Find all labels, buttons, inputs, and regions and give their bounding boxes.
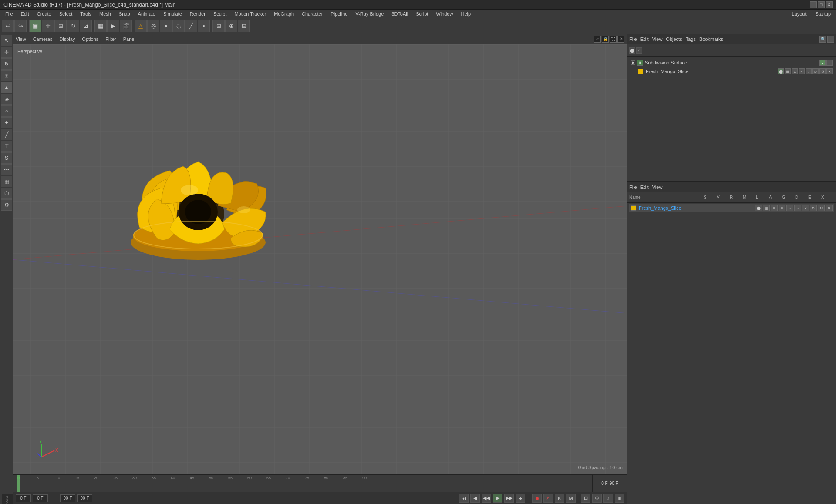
menu-help[interactable]: Help <box>457 10 474 17</box>
playback-settings-btn[interactable]: ⚙ <box>592 494 602 503</box>
mango-vis-btn[interactable]: ⬤ <box>778 68 784 74</box>
redo-btn[interactable]: ↪ <box>14 20 27 32</box>
tool-joint[interactable]: ✦ <box>1 117 12 128</box>
attr-g[interactable]: ✓ <box>802 205 809 211</box>
model-mode-btn[interactable]: △ <box>135 20 147 32</box>
menu-sculpt[interactable]: Sculpt <box>210 10 230 17</box>
tool-pointer[interactable]: ↖ <box>1 35 12 46</box>
attr-s[interactable]: ⬤ <box>755 205 762 211</box>
obj-file-menu[interactable]: File <box>629 37 637 42</box>
attr-x[interactable]: ✕ <box>826 205 833 211</box>
viewport-view-menu[interactable]: View <box>16 37 26 42</box>
obj-edit-menu[interactable]: Edit <box>640 37 649 42</box>
menu-script[interactable]: Script <box>412 10 431 17</box>
mango-c-btn[interactable]: ○ <box>806 68 812 74</box>
frame-start-input[interactable] <box>16 494 31 502</box>
menu-mograph[interactable]: MoGraph <box>270 10 297 17</box>
play-btn[interactable]: ▶ <box>493 494 502 503</box>
viewport-fit-icon[interactable]: ⤢ <box>594 36 601 43</box>
select-btn[interactable]: ▣ <box>29 20 41 32</box>
auto-key-btn[interactable]: A <box>543 494 553 503</box>
attr-e[interactable]: ✕ <box>818 205 825 211</box>
obj-icon-1[interactable]: ⬤ <box>629 47 635 54</box>
menu-file[interactable]: File <box>2 10 17 17</box>
attr-l[interactable]: ○ <box>786 205 793 211</box>
tool-rotate[interactable]: ↻ <box>1 58 12 70</box>
mango-render-btn[interactable]: ▦ <box>785 68 791 74</box>
tool-paint[interactable]: ◈ <box>1 94 12 105</box>
tool-brush[interactable]: ○ <box>1 105 12 117</box>
mango-l-btn[interactable]: L <box>792 68 798 74</box>
poly-mode-btn[interactable]: ▪ <box>198 20 210 32</box>
startup-label[interactable]: Startup <box>812 10 834 17</box>
transform-btn[interactable]: ⊿ <box>80 20 92 32</box>
viewport-filter-menu[interactable]: Filter <box>105 37 116 42</box>
render-active-btn[interactable]: ▶ <box>107 20 119 32</box>
obj-bookmarks-menu[interactable]: Bookmarks <box>699 37 723 42</box>
attr-m[interactable]: ≡ <box>779 205 785 211</box>
viewport-display-menu[interactable]: Display <box>59 37 75 42</box>
next-frame-btn[interactable]: ▶▶ <box>504 494 514 503</box>
attr-v[interactable]: ▦ <box>763 205 770 211</box>
tool-spline[interactable]: 〜 <box>1 164 12 175</box>
viewport-fullscreen-icon[interactable]: ⛶ <box>610 36 617 43</box>
texture-mode-btn[interactable]: ◎ <box>147 20 159 32</box>
menu-motiontracker[interactable]: Motion Tracker <box>231 10 270 17</box>
frame-end-input[interactable] <box>60 494 75 502</box>
menu-mesh[interactable]: Mesh <box>96 10 115 17</box>
menu-snap[interactable]: Snap <box>115 10 134 17</box>
menu-vraybridge[interactable]: V-Ray Bridge <box>352 10 387 17</box>
render-btn[interactable]: 🎬 <box>120 20 132 32</box>
object-mode-btn[interactable]: ● <box>160 20 172 32</box>
tool-line[interactable]: ╱ <box>1 129 12 140</box>
frame-current-input[interactable] <box>33 494 48 502</box>
viewport-settings-icon[interactable]: ⚙ <box>617 36 624 43</box>
mango-x-btn[interactable]: ✕ <box>826 68 833 74</box>
obj-vis-btn[interactable]: ✓ <box>819 60 826 66</box>
menu-render[interactable]: Render <box>186 10 209 17</box>
viewport-panel-menu[interactable]: Panel <box>123 37 135 42</box>
tool-move[interactable]: ✛ <box>1 47 12 58</box>
tool-texture[interactable]: ▦ <box>1 176 12 187</box>
menu-pipeline[interactable]: Pipeline <box>327 10 351 17</box>
play-backward-btn[interactable]: ◀◀ <box>482 494 491 503</box>
viewport[interactable]: Perspective <box>13 44 627 474</box>
snap-to-frame-btn[interactable]: ⊡ <box>581 494 590 503</box>
timeline-ruler[interactable]: 0 5 10 15 20 25 30 35 40 45 50 55 60 65 … <box>17 475 592 492</box>
tool-measure[interactable]: ⊤ <box>1 141 12 152</box>
menu-animate[interactable]: Animate <box>135 10 159 17</box>
menu-character[interactable]: Character <box>298 10 326 17</box>
attr-a[interactable]: ○ <box>794 205 801 211</box>
mango-m-btn[interactable]: ≡ <box>799 68 805 74</box>
obj-dot-btn[interactable]: · <box>826 60 833 66</box>
tool-scale[interactable]: ⊞ <box>1 70 12 81</box>
menu-3dtoall[interactable]: 3DToAll <box>388 10 411 17</box>
frame-step-input[interactable] <box>77 494 92 502</box>
viewport-cameras-menu[interactable]: Cameras <box>33 37 53 42</box>
mango-d-btn[interactable]: D <box>812 68 819 74</box>
maximize-btn[interactable]: □ <box>818 1 825 8</box>
tool-model[interactable]: ▲ <box>1 82 12 93</box>
workplane-btn[interactable]: ⊟ <box>238 20 250 32</box>
scale-btn[interactable]: ⊞ <box>54 20 67 32</box>
obj-search-btn[interactable]: 🔍 <box>819 36 826 43</box>
edge-mode-btn[interactable]: ╱ <box>185 20 197 32</box>
menu-create[interactable]: Create <box>34 10 55 17</box>
obj-view-menu[interactable]: View <box>652 37 663 42</box>
tool-s[interactable]: S <box>1 152 12 164</box>
attr-view-menu[interactable]: View <box>652 185 663 190</box>
undo-btn[interactable]: ↩ <box>2 20 14 32</box>
attr-edit-menu[interactable]: Edit <box>640 185 649 190</box>
viewport-lock-icon[interactable]: 🔒 <box>602 36 609 43</box>
move-btn[interactable]: ✛ <box>42 20 54 32</box>
go-end-btn[interactable]: ⏭ <box>516 494 525 503</box>
timeline[interactable]: 0 5 10 15 20 25 30 35 40 45 50 55 60 65 … <box>13 474 627 492</box>
mango-e-btn[interactable]: ⚙ <box>819 68 826 74</box>
point-mode-btn[interactable]: ◌ <box>172 20 185 32</box>
obj-objects-menu[interactable]: Objects <box>666 37 682 42</box>
timeline-view-btn[interactable]: ≡ <box>615 494 624 503</box>
rotate-btn[interactable]: ↻ <box>67 20 79 32</box>
attr-row-mango[interactable]: Fresh_Mango_Slice ⬤ ▦ ≡ ≡ ○ ○ ✓ D ✕ ✕ <box>629 204 834 212</box>
prev-frame-btn[interactable]: ◀ <box>470 494 480 503</box>
expand-icon[interactable]: ▶ <box>631 60 635 65</box>
